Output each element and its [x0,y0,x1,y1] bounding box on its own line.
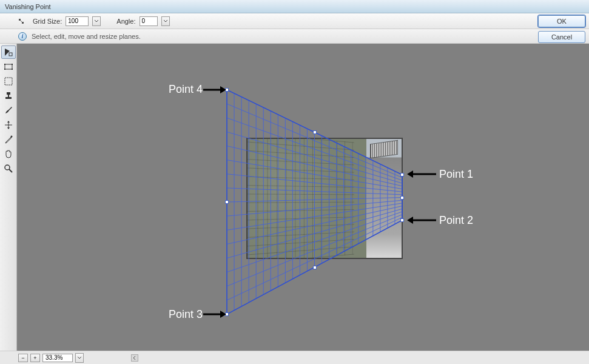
tool-options-icon [18,18,24,24]
zoom-level[interactable]: 33.3% [42,354,73,362]
angle-label: Angle: [116,18,135,25]
svg-rect-6 [12,64,13,65]
zoom-out-button[interactable]: − [18,354,28,362]
transform-tool[interactable] [1,118,16,132]
tool-sidebar [0,44,17,351]
eyedropper-tool[interactable] [1,133,16,146]
angle-dropdown[interactable] [161,16,170,26]
zoom-dropdown[interactable] [75,353,84,363]
grid-size-label: Grid Size: [33,18,62,25]
hand-tool[interactable] [1,147,16,161]
canvas[interactable]: Point 1 Point 2 Point 3 Point 4 [17,44,589,351]
hint-bar: i Select, edit, move and resize planes. [0,29,589,44]
svg-rect-11 [8,95,9,97]
chevron-down-icon [77,356,82,360]
grid-handle[interactable] [400,196,404,200]
statusbar: − + 33.3% [0,351,589,364]
svg-rect-4 [5,64,12,69]
image-preview [246,138,403,259]
point4-label: Point 4 [169,83,203,96]
svg-rect-7 [4,69,5,70]
svg-rect-3 [9,53,12,56]
angle-input[interactable] [140,16,158,26]
svg-rect-0 [19,19,21,21]
svg-rect-12 [5,97,12,99]
stamp-tool[interactable] [1,89,16,103]
marquee-tool[interactable] [1,75,16,88]
svg-rect-8 [12,69,13,70]
grid-handle[interactable] [400,173,404,177]
arrow-icon [407,215,437,225]
cancel-button[interactable]: Cancel [538,31,585,43]
info-icon: i [18,32,27,41]
chevron-down-icon [94,19,99,23]
grid-handle[interactable] [225,200,229,204]
zoom-tool[interactable] [1,162,16,175]
arrow-icon [203,309,227,319]
grid-handle[interactable] [313,130,317,134]
titlebar: Vanishing Point [0,0,589,13]
svg-rect-1 [22,22,24,24]
options-bar: Grid Size: Angle: [0,13,589,29]
dialog-buttons: OK Cancel [538,15,585,43]
grid-size-input[interactable] [66,16,89,26]
scrollbar-left-icon[interactable] [131,354,138,362]
arrow-icon [203,85,227,95]
svg-rect-9 [5,78,12,85]
svg-point-13 [11,136,13,138]
grid-handle[interactable] [313,266,317,269]
arrow-icon [407,169,437,179]
point2-label: Point 2 [439,214,473,227]
point3-label: Point 3 [169,308,203,321]
photo-corridor [366,139,402,258]
point1-label: Point 1 [439,168,473,181]
ok-button[interactable]: OK [538,15,585,27]
main-area: Point 1 Point 2 Point 3 Point 4 [0,44,589,351]
grid-size-dropdown[interactable] [92,16,101,26]
grid-handle[interactable] [400,218,404,222]
create-plane-tool[interactable] [1,60,16,73]
svg-rect-5 [4,64,5,65]
svg-point-14 [5,165,10,170]
svg-line-15 [9,169,12,172]
chevron-down-icon [163,19,168,23]
svg-rect-10 [7,92,10,95]
photo-brick-wall [247,139,366,258]
window-title: Vanishing Point [5,3,51,10]
svg-line-2 [21,21,22,22]
hint-text: Select, edit, move and resize planes. [32,33,141,40]
zoom-in-button[interactable]: + [30,354,40,362]
brush-tool[interactable] [1,104,16,117]
edit-plane-tool[interactable] [1,46,16,59]
